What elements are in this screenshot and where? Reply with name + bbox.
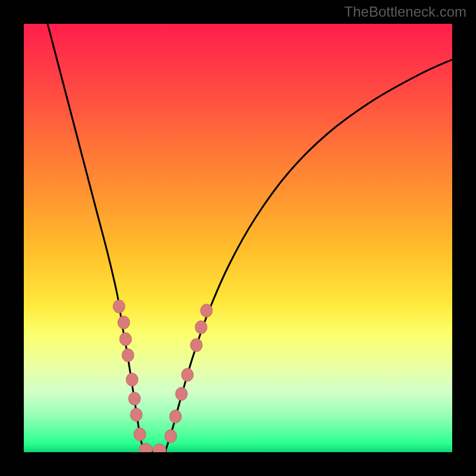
data-point xyxy=(129,392,140,405)
watermark-text: TheBottleneck.com xyxy=(345,4,466,20)
data-point xyxy=(120,333,131,346)
data-point xyxy=(165,430,177,443)
data-point xyxy=(201,304,212,317)
data-point xyxy=(139,443,152,452)
curve-line xyxy=(48,24,452,452)
data-point xyxy=(126,373,138,386)
data-point xyxy=(153,444,166,452)
bottleneck-curve xyxy=(48,24,452,452)
data-markers xyxy=(113,300,212,452)
data-point xyxy=(195,321,207,334)
data-point xyxy=(113,300,125,313)
data-point xyxy=(130,408,142,421)
data-point xyxy=(190,339,202,352)
chart-frame: TheBottleneck.com xyxy=(0,0,476,476)
data-point xyxy=(122,349,134,362)
chart-svg xyxy=(24,24,452,452)
data-point xyxy=(118,316,130,329)
data-point xyxy=(176,387,187,400)
data-point xyxy=(134,428,146,441)
data-point xyxy=(170,410,181,423)
data-point xyxy=(181,368,193,381)
chart-plot-area xyxy=(24,24,452,452)
